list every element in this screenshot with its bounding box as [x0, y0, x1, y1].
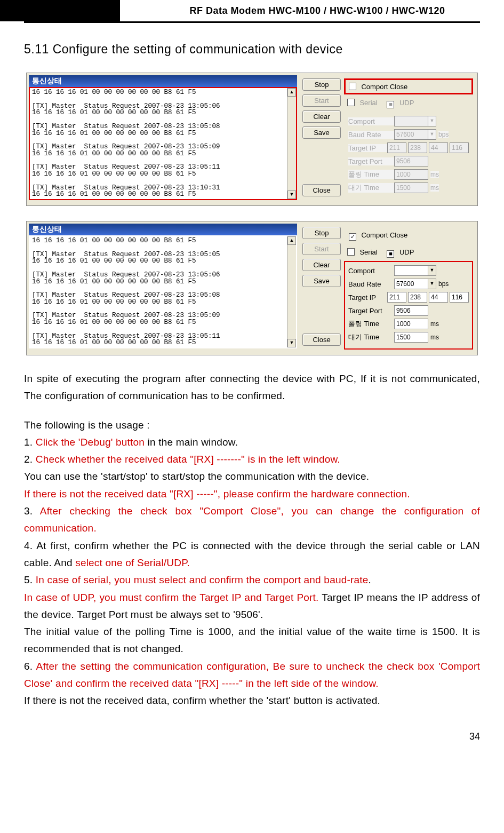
comport-close-checkbox[interactable]	[349, 233, 356, 241]
target-port-label: Target Port	[348, 307, 394, 315]
para-7: 3. After checking the check box "Comport…	[24, 503, 480, 537]
chevron-down-icon[interactable]: ▼	[428, 279, 436, 289]
stop-button[interactable]: Stop	[302, 227, 341, 239]
udp-checkbox[interactable]: ■	[387, 250, 394, 258]
comport-close-checkbox[interactable]	[349, 83, 356, 90]
comport-field[interactable]	[394, 265, 428, 276]
chevron-down-icon[interactable]: ▼	[428, 116, 436, 126]
start-button[interactable]: Start	[302, 94, 341, 107]
udp-label: UDP	[399, 99, 414, 107]
ip-4[interactable]: 116	[450, 142, 469, 153]
screenshot-1: 통신상태 16 16 16 16 01 00 00 00 00 00 00 B8…	[26, 73, 478, 206]
close-button[interactable]: Close	[302, 334, 341, 346]
log-output: 16 16 16 16 01 00 00 00 00 00 00 B8 61 F…	[30, 88, 287, 199]
ip-1[interactable]: 211	[387, 292, 406, 303]
chevron-down-icon[interactable]: ▼	[428, 129, 436, 140]
comport-field[interactable]	[394, 116, 428, 126]
para-11: The initial value of the polling Time is…	[24, 623, 480, 658]
poll-time-label: 폴링 Time	[348, 319, 394, 329]
ms-unit: ms	[430, 184, 439, 192]
para-6: If there is not the received data "[RX] …	[24, 486, 480, 503]
poll-time-label: 폴링 Time	[348, 170, 394, 179]
baud-field[interactable]: 57600	[394, 279, 428, 289]
wait-time-label: 대기 Time	[348, 332, 394, 342]
target-ip-label: Target IP	[348, 144, 387, 152]
clear-button[interactable]: Clear	[302, 259, 341, 271]
port-field[interactable]: 9506	[394, 156, 428, 166]
start-button[interactable]: Start	[302, 243, 341, 255]
save-button[interactable]: Save	[302, 126, 341, 139]
section-title: 5.11 Configure the setting of communicat…	[24, 42, 480, 57]
para-5: You can use the 'start/stop' to start/st…	[24, 468, 480, 485]
body-text: In spite of executing the program after …	[24, 370, 480, 710]
para-8: 4. At first, confirm whether the PC is c…	[24, 537, 480, 572]
ip-2[interactable]: 238	[408, 142, 427, 153]
target-port-label: Target Port	[348, 157, 394, 165]
serial-checkbox[interactable]	[347, 248, 355, 256]
target-ip-label: Target IP	[348, 293, 387, 302]
page-number: 34	[24, 731, 480, 742]
ip-3[interactable]: 44	[429, 142, 448, 153]
baud-field[interactable]: 57600	[394, 129, 428, 140]
ms-unit: ms	[430, 334, 439, 341]
ip-4[interactable]: 116	[450, 292, 469, 303]
wait-field[interactable]: 1500	[394, 332, 428, 343]
stop-button[interactable]: Stop	[302, 78, 341, 91]
serial-label: Serial	[359, 99, 377, 107]
baud-label: Baud Rate	[348, 131, 394, 139]
comport-close-label: Comport Close	[361, 83, 407, 91]
ms-unit: ms	[430, 171, 439, 178]
ms-unit: ms	[430, 320, 439, 328]
serial-checkbox[interactable]	[347, 99, 355, 106]
poll-field[interactable]: 1000	[394, 319, 428, 329]
poll-field[interactable]: 1000	[394, 169, 428, 180]
scroll-down-icon[interactable]: ▼	[287, 339, 296, 347]
serial-label: Serial	[359, 248, 377, 256]
close-button[interactable]: Close	[302, 184, 341, 196]
para-12: 6. After the setting the communication c…	[24, 658, 480, 693]
para-4: 2. Check whether the received data "[RX]…	[24, 451, 480, 468]
comport-close-label: Comport Close	[361, 231, 407, 239]
bps-unit: bps	[438, 280, 449, 288]
udp-label: UDP	[399, 248, 414, 256]
header-black-block	[0, 0, 120, 21]
log-titlebar: 통신상태	[29, 224, 297, 235]
comport-close-row: Comport Close	[344, 227, 473, 244]
comport-close-row: Comport Close	[344, 78, 473, 94]
save-button[interactable]: Save	[302, 275, 341, 287]
port-field[interactable]: 9506	[394, 305, 428, 316]
udp-checkbox[interactable]: ■	[387, 101, 394, 108]
para-10: In case of UDP, you must confirm the Tar…	[24, 589, 480, 624]
scroll-up-icon[interactable]: ▲	[287, 236, 296, 245]
clear-button[interactable]: Clear	[302, 110, 341, 123]
ip-1[interactable]: 211	[387, 142, 406, 153]
chevron-down-icon[interactable]: ▼	[428, 265, 436, 276]
scrollbar[interactable]: ▲ ▼	[287, 236, 296, 347]
ip-2[interactable]: 238	[408, 292, 427, 303]
screenshot-2: 통신상태 16 16 16 16 01 00 00 00 00 00 00 B8…	[26, 221, 478, 355]
ip-3[interactable]: 44	[429, 292, 448, 303]
para-3: 1. Click the 'Debug' button in the main …	[24, 434, 480, 451]
baud-label: Baud Rate	[348, 280, 394, 288]
scroll-down-icon[interactable]: ▼	[287, 191, 296, 199]
para-9: 5. In case of serial, you must select an…	[24, 572, 480, 589]
scrollbar[interactable]: ▲ ▼	[287, 88, 296, 199]
para-13: If there is not the received data, confi…	[24, 692, 480, 709]
log-output: 16 16 16 16 01 00 00 00 00 00 00 B8 61 F…	[30, 236, 287, 347]
comport-label: Comport	[348, 267, 394, 275]
para-1: In spite of executing the program after …	[24, 370, 480, 405]
page-header: RF Data Modem HWC-M100 / HWC-W100 / HWC-…	[24, 0, 480, 23]
para-2: The following is the usage :	[24, 417, 480, 434]
wait-time-label: 대기 Time	[348, 183, 394, 193]
comport-label: Comport	[348, 117, 394, 125]
bps-unit: bps	[438, 131, 449, 138]
wait-field[interactable]: 1500	[394, 183, 428, 193]
scroll-up-icon[interactable]: ▲	[287, 88, 296, 97]
log-titlebar: 통신상태	[29, 75, 297, 87]
header-title: RF Data Modem HWC-M100 / HWC-W100 / HWC-…	[131, 5, 504, 17]
